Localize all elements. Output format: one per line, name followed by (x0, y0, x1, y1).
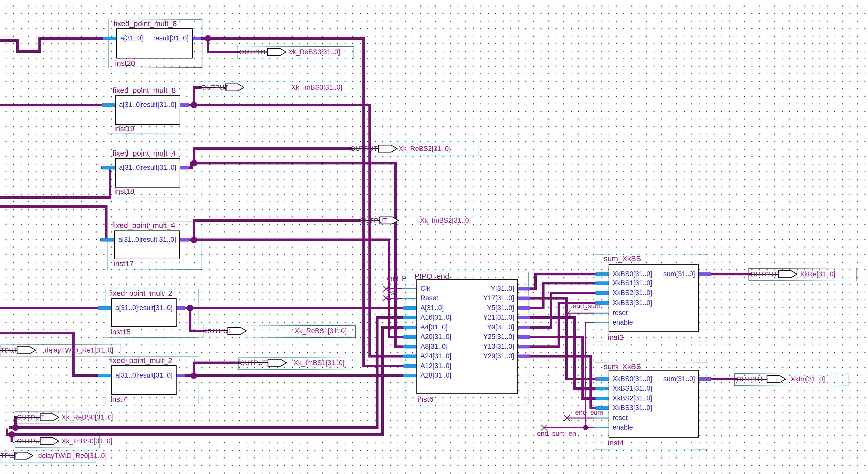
wire-segment[interactable] (589, 355, 592, 409)
wire-segment[interactable] (368, 104, 371, 357)
net-label[interactable]: end_F (387, 275, 406, 282)
wire-segment[interactable] (200, 37, 365, 40)
wire-segment[interactable] (534, 273, 597, 276)
block-title: sum_XkBS (604, 255, 641, 263)
pin-direction-tag: OUTPUT (736, 376, 764, 383)
wire-segment[interactable] (376, 316, 378, 429)
wire-segment[interactable] (710, 378, 738, 380)
net-label[interactable]: end_sum (575, 409, 603, 416)
dangling-x-icon (564, 310, 571, 316)
wire-segment[interactable] (72, 374, 99, 377)
wire-segment[interactable] (534, 273, 537, 290)
wire-segment[interactable] (565, 378, 597, 380)
wire-segment[interactable] (187, 239, 390, 241)
pin-direction-tag: OUTPUT (201, 84, 228, 91)
block-body-inst15[interactable] (111, 298, 177, 327)
wire-segment[interactable] (565, 297, 568, 380)
wire-segment[interactable] (193, 219, 361, 222)
pin-name[interactable]: Xk_ImBS2[31..0] (420, 217, 471, 224)
wire-segment[interactable] (207, 51, 240, 53)
wire-segment[interactable] (184, 307, 405, 309)
net-label[interactable]: end_sum (572, 302, 600, 310)
wire-segment[interactable] (0, 39, 19, 42)
wire-segment[interactable] (529, 316, 576, 319)
wire-segment[interactable] (529, 355, 592, 357)
output-port-stub (518, 354, 530, 358)
wire-segment[interactable] (582, 336, 584, 400)
wire-segment[interactable] (529, 297, 568, 299)
wire-segment[interactable] (376, 316, 405, 319)
pin-name[interactable]: Xk_ImBS3[31..0] (291, 84, 342, 91)
pin-name[interactable]: Xk_ReBS0[31..0] (62, 413, 114, 421)
wire-segment[interactable] (105, 206, 107, 241)
wire-segment[interactable] (567, 417, 596, 418)
wire-segment[interactable] (109, 166, 111, 199)
wire-segment[interactable] (394, 162, 397, 348)
input-port-stub (402, 288, 416, 289)
wire-segment[interactable] (542, 282, 597, 284)
wire-segment[interactable] (558, 302, 560, 348)
wire-segment[interactable] (38, 37, 104, 40)
input-port-stub (594, 313, 609, 314)
pin-name[interactable]: XkRe[31..0] (800, 271, 835, 278)
block-body-inst20[interactable] (116, 28, 193, 59)
wire-segment[interactable] (582, 397, 597, 400)
wire-segment[interactable] (529, 326, 552, 329)
pin-name[interactable]: XkIm[31..0] (790, 375, 825, 383)
wire-segment[interactable] (184, 374, 405, 377)
wire-segment[interactable] (710, 273, 752, 276)
wire-segment[interactable] (193, 361, 240, 364)
pin-name[interactable]: Xk_ImBS1[31..0] (293, 359, 345, 367)
net-label[interactable]: end_sum_en (537, 430, 576, 437)
wire-segment[interactable] (363, 37, 365, 367)
junction-dot (8, 431, 15, 438)
wire-segment[interactable] (381, 326, 384, 436)
wire-segment[interactable] (0, 104, 103, 106)
wire-segment[interactable] (0, 196, 111, 199)
input-port-stub (595, 281, 609, 285)
block-body-inst19[interactable] (115, 95, 180, 125)
pin-name[interactable]: Xk_ReBS1[31..0] (294, 327, 347, 335)
wire-segment[interactable] (368, 355, 405, 357)
block-title: fixed_point_mult_8 (113, 86, 176, 94)
wire-segment[interactable] (190, 162, 397, 164)
block-body-inst7[interactable] (111, 365, 177, 395)
wire-segment[interactable] (0, 206, 107, 208)
wire-segment[interactable] (542, 282, 545, 309)
junction-dot (12, 424, 19, 431)
pin-name[interactable]: delayTWID_Re0[31..0] (38, 452, 107, 460)
port-label: Y21[31..0] (451, 314, 514, 321)
wire-segment[interactable] (388, 336, 405, 338)
wire-segment[interactable] (529, 336, 584, 338)
pin-name[interactable]: Xk_ReBS2[31..0] (399, 145, 451, 152)
block-body-inst18[interactable] (115, 158, 180, 188)
wire-segment[interactable] (16, 50, 41, 53)
output-port-stub (699, 377, 711, 381)
junction-dot (191, 102, 197, 108)
wire-segment[interactable] (529, 345, 560, 348)
net-label[interactable]: rs (389, 289, 395, 297)
port-label: reset (613, 414, 675, 421)
wire-segment[interactable] (394, 345, 405, 348)
pin-name[interactable]: Xk_ImBS0[31..0] (62, 437, 113, 445)
wire-segment[interactable] (6, 433, 384, 436)
wire-segment[interactable] (0, 307, 99, 309)
pin-name[interactable]: Xk_ReBS3[31..0] (288, 48, 340, 56)
wire-segment[interactable] (188, 104, 371, 106)
block-body-inst17[interactable] (114, 230, 180, 259)
port-label: Y17[31..0] (451, 294, 514, 302)
wire-segment[interactable] (193, 147, 352, 150)
wire-segment[interactable] (567, 313, 596, 314)
output-port-stub (518, 287, 530, 290)
wire-segment[interactable] (0, 331, 74, 334)
pin-name[interactable]: delayTWID_Re1[31..0] (45, 346, 113, 354)
wire-segment[interactable] (9, 426, 378, 429)
port-label: XkBS1[31..0] (613, 279, 675, 287)
wire-segment[interactable] (574, 316, 576, 390)
wire-segment[interactable] (550, 292, 597, 294)
wire-segment[interactable] (72, 331, 74, 377)
wire-segment[interactable] (381, 326, 405, 329)
block-title: fixed_point_mult_4 (112, 221, 175, 229)
pin-direction-tag: OUTPUT (205, 327, 232, 335)
input-port-stub (402, 298, 416, 299)
